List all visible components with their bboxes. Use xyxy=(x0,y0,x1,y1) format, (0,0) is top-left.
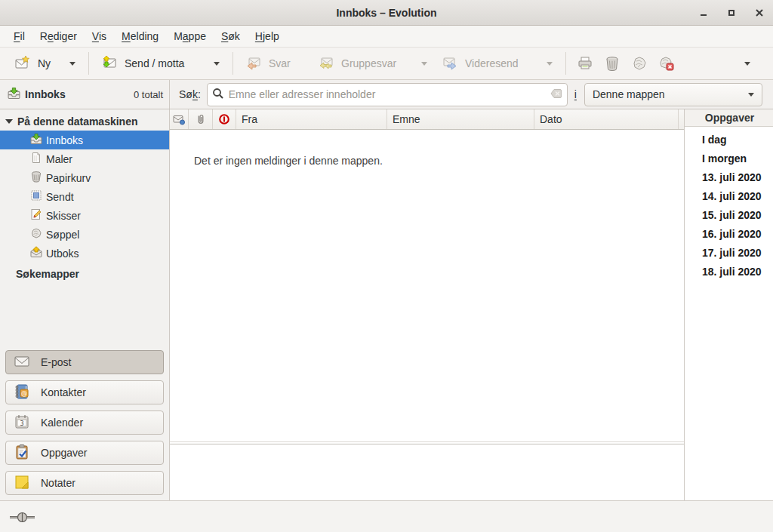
task-group-date[interactable]: 14. juli 2020 xyxy=(685,187,773,206)
sidebar-item-papirkurv[interactable]: Papirkurv xyxy=(0,168,169,187)
new-message-label: Ny xyxy=(38,57,51,69)
delete-button[interactable] xyxy=(599,51,626,76)
menu-fil[interactable]: Fil xyxy=(6,26,32,48)
forward-dropdown-icon[interactable] xyxy=(547,62,553,66)
empty-folder-message: Det er ingen meldinger i denne mappen. xyxy=(194,155,383,167)
forward-label: Videresend xyxy=(465,57,519,69)
search-input[interactable] xyxy=(229,88,546,100)
minimize-icon[interactable] xyxy=(694,4,713,22)
switcher-calendar-button[interactable]: 3 Kalender xyxy=(5,411,164,435)
search-icon xyxy=(212,88,224,102)
main-area: På denne datamaskinen Innboks xyxy=(0,109,773,500)
task-group-date[interactable]: 13. juli 2020 xyxy=(685,168,773,187)
column-read-status[interactable] xyxy=(170,109,189,129)
chevron-down-icon xyxy=(748,93,754,97)
templates-icon xyxy=(30,152,42,166)
switcher-label: Notater xyxy=(41,477,75,489)
task-group-date[interactable]: 15. juli 2020 xyxy=(685,206,773,225)
drafts-icon xyxy=(30,208,42,223)
switcher-tasks-button[interactable]: Oppgaver xyxy=(5,441,164,465)
menu-rediger[interactable]: Rediger xyxy=(32,26,85,48)
printer-icon xyxy=(577,55,593,72)
tasks-pane: Oppgaver I dag I morgen 13. juli 2020 14… xyxy=(685,109,773,500)
current-folder-indicator: Innboks 0 totalt xyxy=(0,80,170,109)
toolbar: Ny Send / motta xyxy=(0,48,773,80)
column-important[interactable] xyxy=(213,109,236,129)
titlebar: Innboks – Evolution xyxy=(0,0,773,26)
status-bar xyxy=(0,500,773,532)
reply-icon xyxy=(246,55,261,72)
new-message-dropdown-icon[interactable] xyxy=(69,62,75,66)
reply-button[interactable]: Svar xyxy=(239,51,311,76)
column-attachment[interactable] xyxy=(189,109,213,129)
new-message-button[interactable]: Ny xyxy=(8,51,83,76)
toolbar-overflow-button[interactable] xyxy=(734,51,761,76)
menu-vis[interactable]: Vis xyxy=(85,26,114,48)
window-controls xyxy=(694,0,768,26)
sidebar-item-sendt[interactable]: Sendt xyxy=(0,187,169,206)
calendar-icon: 3 xyxy=(14,414,30,432)
menu-sok[interactable]: Søk xyxy=(214,26,248,48)
send-receive-button[interactable]: Send / motta xyxy=(94,51,227,76)
folder-label: Søppel xyxy=(46,229,79,241)
close-icon[interactable] xyxy=(750,4,768,22)
not-junk-button[interactable] xyxy=(653,51,680,76)
folder-label: Skisser xyxy=(46,210,81,222)
forward-button[interactable]: Videresend xyxy=(435,51,560,76)
sidebar-item-utboks[interactable]: Utboks xyxy=(0,244,169,263)
svg-text:3: 3 xyxy=(20,420,23,426)
toolbar-separator xyxy=(565,52,566,75)
tree-root-label: På denne datamaskinen xyxy=(17,115,138,128)
column-date[interactable]: Dato xyxy=(534,109,679,129)
menu-melding[interactable]: Melding xyxy=(114,26,166,48)
sidebar-item-sokemapper[interactable]: Søkemapper xyxy=(0,264,169,283)
switcher-label: Kalender xyxy=(41,417,83,429)
message-list: Fra Emne Dato Det er ingen meldinger i d… xyxy=(170,109,685,500)
switcher-mail-button[interactable]: E-post xyxy=(5,350,164,374)
folder-label: Utboks xyxy=(46,248,79,260)
column-from[interactable]: Fra xyxy=(236,109,387,129)
group-reply-button[interactable]: Gruppesvar xyxy=(311,51,435,76)
clear-search-icon[interactable] xyxy=(550,88,562,102)
switcher-contacts-button[interactable]: @ Kontakter xyxy=(5,380,164,404)
expander-icon[interactable] xyxy=(5,119,13,124)
evolution-window: Innboks – Evolution Fil Rediger Vis Meld… xyxy=(0,0,773,532)
attachment-icon xyxy=(195,113,207,125)
tree-root-on-this-computer[interactable]: På denne datamaskinen xyxy=(0,112,169,131)
chevron-down-icon xyxy=(744,62,750,66)
group-reply-dropdown-icon[interactable] xyxy=(421,62,427,66)
preview-pane-splitter[interactable] xyxy=(170,441,684,444)
menu-mappe[interactable]: Mappe xyxy=(166,26,214,48)
search-scope-dropdown[interactable]: Denne mappen xyxy=(584,83,762,106)
menu-hjelp[interactable]: Hjelp xyxy=(248,26,287,48)
online-status-icon[interactable] xyxy=(10,512,35,525)
column-subject[interactable]: Emne xyxy=(387,109,534,129)
sidebar-item-soppel[interactable]: Søppel xyxy=(0,225,169,244)
switcher-notes-button[interactable]: Notater xyxy=(5,471,164,495)
junk-button[interactable] xyxy=(626,51,653,76)
switcher-label: E-post xyxy=(41,356,71,368)
sidebar-item-maler[interactable]: Maler xyxy=(0,149,169,168)
switcher-label: Kontakter xyxy=(41,386,86,398)
toolbar-separator xyxy=(233,52,233,75)
tasks-list: I dag I morgen 13. juli 2020 14. juli 20… xyxy=(685,127,773,281)
view-switcher: E-post @ xyxy=(0,346,169,500)
folder-label: Papirkurv xyxy=(46,172,91,184)
svg-text:@: @ xyxy=(21,389,27,396)
outbox-icon xyxy=(30,246,42,260)
folder-sidebar: På denne datamaskinen Innboks xyxy=(0,109,170,500)
sidebar-item-skisser[interactable]: Skisser xyxy=(0,206,169,225)
maximize-icon[interactable] xyxy=(722,4,741,22)
task-group-tomorrow[interactable]: I morgen xyxy=(685,149,773,168)
print-button[interactable] xyxy=(571,51,599,76)
send-receive-dropdown-icon[interactable] xyxy=(214,62,220,66)
task-group-date[interactable]: 18. juli 2020 xyxy=(685,263,773,281)
sent-icon xyxy=(30,189,42,204)
task-group-today[interactable]: I dag xyxy=(685,131,773,149)
sidebar-item-innboks[interactable]: Innboks xyxy=(0,131,169,149)
task-group-date[interactable]: 17. juli 2020 xyxy=(685,244,773,263)
tasks-pane-header[interactable]: Oppgaver xyxy=(685,109,773,127)
task-group-date[interactable]: 16. juli 2020 xyxy=(685,225,773,244)
column-spacer xyxy=(679,109,684,129)
group-reply-icon xyxy=(319,55,334,72)
